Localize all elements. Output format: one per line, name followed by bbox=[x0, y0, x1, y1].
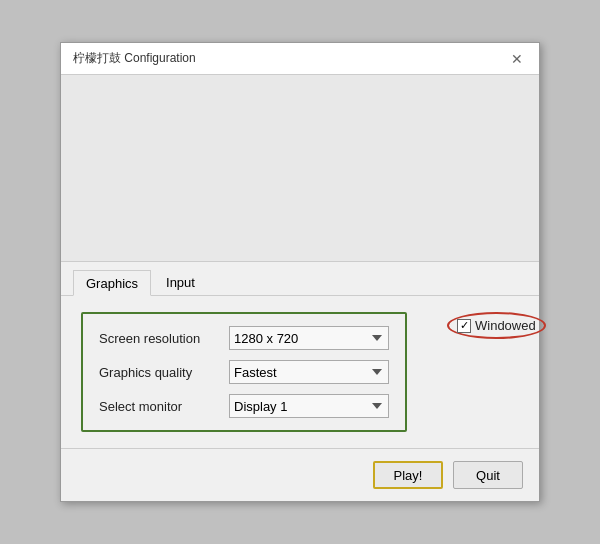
title-bar: 柠檬打鼓 Configuration ✕ bbox=[61, 43, 539, 75]
select-monitor-select[interactable]: Display 1Display 2 bbox=[229, 394, 389, 418]
select-monitor-label: Select monitor bbox=[99, 399, 229, 414]
graphics-quality-select[interactable]: FastestFastSimpleGoodBeautifulFantastic bbox=[229, 360, 389, 384]
close-button[interactable]: ✕ bbox=[507, 49, 527, 69]
windowed-wrapper: ✓ Windowed bbox=[447, 312, 546, 339]
windowed-checkbox[interactable]: ✓ bbox=[457, 319, 471, 333]
settings-box: Screen resolution 800 x 6001024 x 768128… bbox=[81, 312, 407, 432]
windowed-label: Windowed bbox=[475, 318, 536, 333]
tabs-section: Graphics Input Screen resolution 800 x 6… bbox=[61, 261, 539, 448]
tab-graphics[interactable]: Graphics bbox=[73, 270, 151, 296]
tab-input[interactable]: Input bbox=[153, 270, 208, 295]
preview-area bbox=[61, 75, 539, 261]
windowed-annotation-circle: ✓ Windowed bbox=[447, 312, 546, 339]
graphics-quality-label: Graphics quality bbox=[99, 365, 229, 380]
graphics-quality-row: Graphics quality FastestFastSimpleGoodBe… bbox=[99, 360, 389, 384]
tabs-row: Graphics Input bbox=[61, 262, 539, 296]
configuration-dialog: 柠檬打鼓 Configuration ✕ Graphics Input Scre… bbox=[60, 42, 540, 502]
tab-graphics-content: Screen resolution 800 x 6001024 x 768128… bbox=[61, 296, 539, 448]
select-monitor-row: Select monitor Display 1Display 2 bbox=[99, 394, 389, 418]
quit-button[interactable]: Quit bbox=[453, 461, 523, 489]
window-title: 柠檬打鼓 Configuration bbox=[73, 50, 196, 67]
play-button[interactable]: Play! bbox=[373, 461, 443, 489]
screen-resolution-label: Screen resolution bbox=[99, 331, 229, 346]
screen-resolution-select[interactable]: 800 x 6001024 x 7681280 x 7201920 x 1080 bbox=[229, 326, 389, 350]
screen-resolution-row: Screen resolution 800 x 6001024 x 768128… bbox=[99, 326, 389, 350]
footer: Play! Quit bbox=[61, 448, 539, 501]
